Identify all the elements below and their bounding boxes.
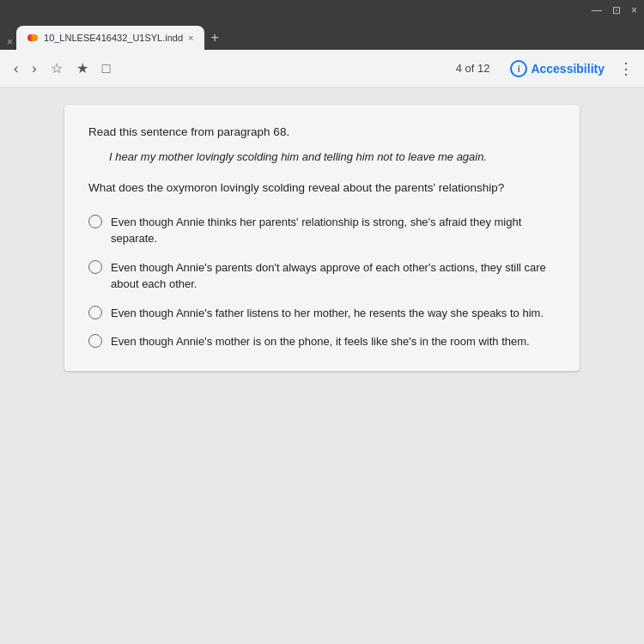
accessibility-label: Accessibility [531, 62, 605, 76]
browser-window: — ⊡ × × 10_LNLESE416432_U1SYL.indd × + ‹… [0, 0, 644, 644]
option-d-text: Even though Annie's mother is on the pho… [111, 333, 530, 350]
radio-a[interactable] [88, 215, 102, 228]
question-text: What does the oxymoron lovingly scolding… [88, 179, 556, 197]
accessibility-icon: i [510, 60, 527, 77]
option-a[interactable]: Even though Annie thinks her parents' re… [88, 214, 556, 247]
option-d[interactable]: Even though Annie's mother is on the pho… [88, 333, 556, 350]
option-c-text: Even though Annie's father listens to he… [111, 305, 544, 322]
tab-bar: × 10_LNLESE416432_U1SYL.indd × + [0, 21, 644, 50]
favicon-orange-dot [31, 34, 38, 41]
tab-list-close[interactable]: × [3, 34, 16, 50]
content-area: Read this sentence from paragraph 68. I … [0, 88, 644, 644]
restore-icon[interactable]: ⊡ [612, 4, 621, 16]
question-prompt: Read this sentence from paragraph 68. [88, 125, 556, 138]
navigation-bar: ‹ › ☆ ★ □ 4 of 12 i Accessibility ⋮ [0, 50, 644, 88]
tab-favicon [27, 32, 39, 44]
back-button[interactable]: ‹ [10, 58, 21, 80]
radio-b[interactable] [88, 260, 102, 274]
option-a-text: Even though Annie thinks her parents' re… [111, 214, 556, 247]
radio-d[interactable] [88, 334, 102, 348]
close-window-icon[interactable]: × [631, 4, 637, 16]
extensions-button[interactable]: □ [99, 58, 114, 80]
option-b[interactable]: Even though Annie's parents don't always… [88, 259, 556, 293]
more-options-icon[interactable]: ⋮ [618, 59, 634, 78]
star-button[interactable]: ★ [73, 57, 92, 80]
accessibility-button[interactable]: i Accessibility [503, 57, 611, 81]
quote-text: I hear my mother lovingly scolding him a… [109, 149, 556, 166]
active-tab[interactable]: 10_LNLESE416432_U1SYL.indd × [16, 26, 204, 50]
forward-button[interactable]: › [28, 58, 39, 80]
page-indicator: 4 of 12 [456, 62, 490, 75]
question-card: Read this sentence from paragraph 68. I … [64, 105, 580, 371]
minimize-icon[interactable]: — [592, 4, 602, 16]
option-c[interactable]: Even though Annie's father listens to he… [88, 305, 556, 322]
answer-options: Even though Annie thinks her parents' re… [88, 214, 556, 350]
tab-title: 10_LNLESE416432_U1SYL.indd [44, 33, 183, 43]
new-tab-button[interactable]: + [204, 26, 226, 50]
tab-close-button[interactable]: × [188, 33, 193, 43]
radio-c[interactable] [88, 306, 102, 319]
window-top-bar: — ⊡ × [0, 0, 644, 21]
bookmark-button[interactable]: ☆ [47, 57, 66, 80]
option-b-text: Even though Annie's parents don't always… [111, 259, 556, 293]
